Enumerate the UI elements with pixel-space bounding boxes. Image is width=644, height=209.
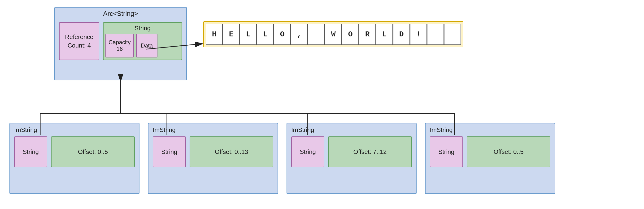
im-string-box-4: String [430, 136, 463, 167]
char-cell-13 [427, 24, 444, 45]
string-inner-fields: Capacity16 Data [106, 34, 180, 58]
ref-count-box: ReferenceCount: 4 [59, 22, 99, 60]
data-label: Data [141, 42, 153, 49]
arc-box-inner: ReferenceCount: 4 String Capacity16 Data [55, 20, 186, 63]
char-cell-9: R [359, 24, 376, 45]
imstring-box-2: ImString String Offset: 0..13 [148, 123, 278, 194]
arc-box: Arc<String> ReferenceCount: 4 String Cap… [54, 7, 187, 80]
char-cell-10: L [376, 24, 393, 45]
imstring-label-2: ImString [153, 126, 273, 134]
imstring-label-4: ImString [430, 126, 550, 134]
im-offset-box-3: Offset: 7..12 [328, 136, 412, 167]
char-cell-6: _ [308, 24, 325, 45]
im-string-box-1: String [14, 136, 47, 167]
imstring-label-1: ImString [14, 126, 135, 134]
char-cell-5: , [291, 24, 308, 45]
imstring-inner-1: String Offset: 0..5 [14, 136, 135, 167]
char-cell-11: D [393, 24, 410, 45]
im-offset-box-1: Offset: 0..5 [51, 136, 135, 167]
imstring-box-3: ImString String Offset: 7..12 [286, 123, 416, 194]
char-cell-14 [444, 24, 461, 45]
imstring-box-4: ImString String Offset: 0..5 [425, 123, 555, 194]
char-array: H E L L O , _ W O R L D ! [203, 21, 464, 47]
imstring-inner-4: String Offset: 0..5 [430, 136, 550, 167]
diagram-container: Arc<String> ReferenceCount: 4 String Cap… [0, 0, 644, 209]
im-string-box-3: String [291, 136, 324, 167]
data-box: Data [136, 34, 158, 58]
string-inner-box: String Capacity16 Data [103, 22, 182, 60]
char-cell-2: L [240, 24, 257, 45]
char-cell-3: L [257, 24, 274, 45]
char-cell-4: O [274, 24, 291, 45]
imstring-inner-2: String Offset: 0..13 [153, 136, 273, 167]
imstring-row: ImString String Offset: 0..5 ImString St… [10, 123, 555, 194]
arc-box-label: Arc<String> [55, 8, 186, 20]
im-offset-box-2: Offset: 0..13 [190, 136, 273, 167]
capacity-box: Capacity16 [106, 34, 134, 58]
string-inner-label: String [106, 24, 180, 32]
im-offset-box-4: Offset: 0..5 [467, 136, 550, 167]
imstring-label-3: ImString [291, 126, 412, 134]
char-cell-7: W [325, 24, 342, 45]
char-cell-1: E [223, 24, 240, 45]
char-cell-8: O [342, 24, 359, 45]
char-cell-0: H [206, 24, 223, 45]
imstring-box-1: ImString String Offset: 0..5 [10, 123, 140, 194]
imstring-inner-3: String Offset: 7..12 [291, 136, 412, 167]
im-string-box-2: String [153, 136, 186, 167]
char-cell-12: ! [410, 24, 427, 45]
